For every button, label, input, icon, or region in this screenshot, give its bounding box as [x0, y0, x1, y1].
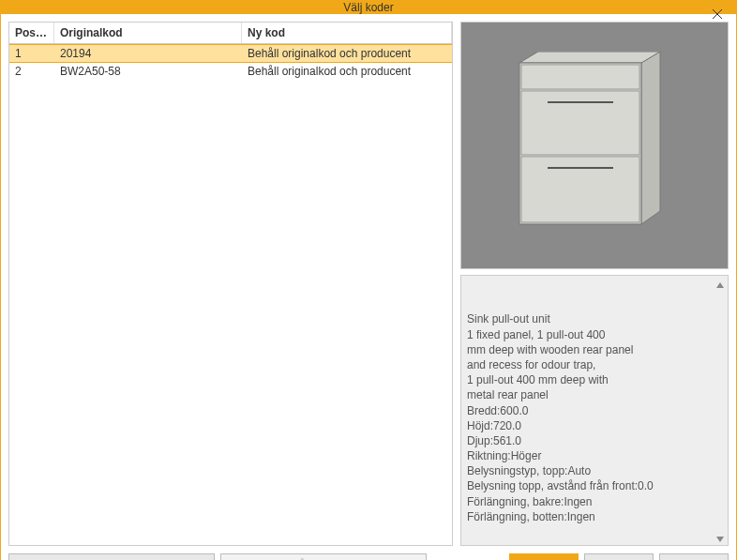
scroll-down-icon[interactable] [715, 533, 725, 542]
cell-position: 2 [9, 63, 54, 80]
dialog-title: Välj koder [343, 1, 393, 14]
cell-originalkod: 20194 [54, 45, 242, 62]
column-header-originalkod[interactable]: Originalkod [54, 23, 242, 43]
cell-nykod: Behåll originalkod och producent [242, 45, 452, 62]
svg-marker-10 [716, 282, 724, 288]
cell-originalkod: BW2A50-58 [54, 63, 242, 80]
behall-originalkod-button: Behåll originalkod [220, 553, 427, 560]
close-icon [713, 9, 722, 19]
button-bar: Välj ny kod Behåll originalkod OK Avbryt… [8, 553, 729, 560]
table-row[interactable]: 2BW2A50-58Behåll originalkod och produce… [9, 63, 452, 81]
code-table: Positi… Originalkod Ny kod 120194Behåll … [8, 22, 453, 546]
dialog-body: Positi… Originalkod Ny kod 120194Behåll … [1, 14, 736, 560]
ok-button[interactable]: OK [509, 553, 579, 560]
dialog-window: Välj koder Positi… Originalkod Ny kod 12… [0, 0, 737, 560]
svg-rect-5 [521, 65, 639, 89]
info-box: Sink pull-out unit 1 fixed panel, 1 pull… [460, 275, 729, 546]
table-row[interactable]: 120194Behåll originalkod och producent [9, 44, 452, 63]
spacer [432, 553, 504, 560]
avbryt-button[interactable]: Avbryt [584, 553, 654, 560]
svg-rect-6 [521, 91, 639, 155]
svg-rect-8 [521, 157, 639, 222]
valj-ny-kod-button[interactable]: Välj ny kod [8, 553, 215, 560]
right-panel: Sink pull-out unit 1 fixed panel, 1 pull… [460, 22, 729, 546]
table-header: Positi… Originalkod Ny kod [9, 23, 452, 44]
main-area: Positi… Originalkod Ny kod 120194Behåll … [8, 22, 729, 546]
preview-pane[interactable] [460, 22, 729, 269]
titlebar: Välj koder [1, 1, 736, 14]
hjalp-button[interactable]: Hjälp [659, 553, 729, 560]
column-header-position[interactable]: Positi… [9, 23, 54, 43]
cell-position: 1 [9, 45, 54, 62]
cell-nykod: Behåll originalkod och producent [242, 63, 452, 80]
table-body: 120194Behåll originalkod och producent2B… [9, 44, 452, 545]
svg-marker-2 [641, 52, 660, 224]
svg-marker-11 [716, 537, 724, 542]
info-text: Sink pull-out unit 1 fixed panel, 1 pull… [467, 312, 654, 522]
cabinet-preview-icon [510, 52, 679, 239]
scroll-up-icon[interactable] [715, 279, 725, 288]
svg-marker-3 [519, 52, 660, 63]
column-header-nykod[interactable]: Ny kod [242, 23, 452, 43]
